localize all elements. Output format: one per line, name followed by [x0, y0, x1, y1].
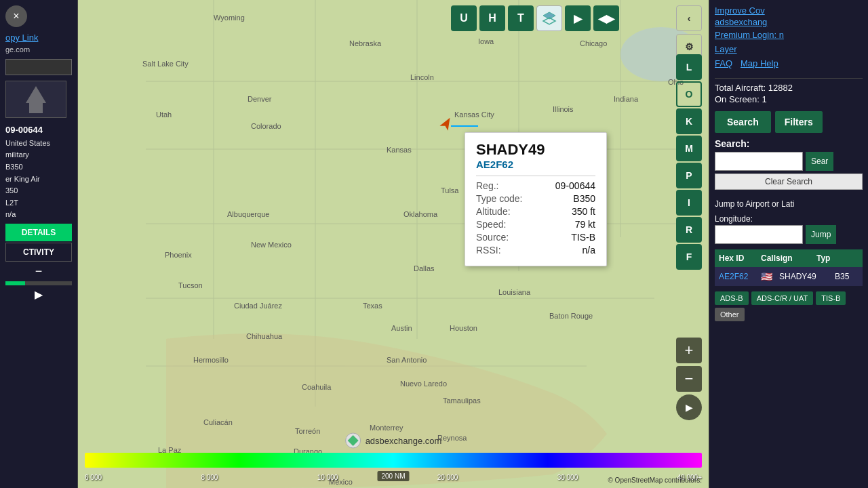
squawk: L2T: [5, 197, 72, 209]
letter-buttons: L O K M P I R F: [676, 54, 702, 270]
total-value: 12882: [768, 83, 793, 93]
improve-link[interactable]: Improve Cov: [715, 5, 863, 16]
aircraft-thumbnail: [5, 81, 66, 118]
ge-url: ge.com: [5, 45, 72, 54]
letter-m-button[interactable]: M: [676, 136, 702, 161]
u-button[interactable]: U: [451, 5, 477, 31]
alt-label-2: 10 000: [317, 474, 338, 481]
on-screen-value: 1: [762, 94, 766, 104]
details-button[interactable]: DETAILS: [5, 224, 72, 241]
reg-label: Reg.:: [476, 180, 498, 191]
speed-value: 79 kt: [575, 219, 595, 230]
premium-link[interactable]: Premium Login: n: [715, 30, 863, 40]
watermark-text: adsbexchange.com: [366, 436, 442, 446]
jump-input[interactable]: [715, 225, 803, 244]
cell-type: B35: [832, 270, 859, 283]
svg-marker-16: [439, 115, 454, 131]
t-button[interactable]: T: [508, 5, 534, 31]
letter-l-button[interactable]: L: [676, 54, 702, 80]
popup-type-row: Type code: B350: [476, 193, 595, 204]
layers-button[interactable]: [536, 5, 562, 31]
ads-c-button[interactable]: ADS-C/R / UAT: [751, 291, 814, 305]
top-toolbar: U H T ▶ ◀▶: [451, 5, 619, 31]
adsbexchange-watermark: adsbexchange.com: [345, 432, 442, 449]
close-button[interactable]: ×: [5, 5, 27, 27]
right-links: FAQ Map Help: [715, 58, 863, 68]
aircraft-image: [9, 83, 63, 117]
col-type: Typ: [814, 252, 841, 264]
country: United States: [5, 138, 72, 150]
zoom-in-button[interactable]: +: [676, 338, 702, 363]
adsbexchange-link[interactable]: adsbexchang: [715, 17, 863, 27]
letter-i-button[interactable]: I: [676, 190, 702, 216]
back-button[interactable]: ‹: [676, 5, 702, 31]
reg-value: 09-00644: [555, 180, 595, 191]
popup-divider: [476, 176, 595, 176]
filters-button[interactable]: Filters: [775, 111, 823, 133]
letter-p-button[interactable]: P: [676, 163, 702, 188]
letter-o-button[interactable]: O: [676, 81, 702, 107]
search-button[interactable]: Search: [715, 111, 771, 133]
popup-speed-row: Speed: 79 kt: [476, 219, 595, 230]
letter-f-button[interactable]: F: [676, 244, 702, 270]
ads-b-button[interactable]: ADS-B: [715, 291, 749, 305]
clear-search-button[interactable]: Clear Search: [715, 174, 863, 190]
sear-button[interactable]: Sear: [806, 152, 833, 171]
cell-callsign: SHADY49: [776, 270, 831, 283]
search-label: Search:: [715, 138, 863, 149]
map-area[interactable]: WyomingNebraskaIowaChicagoSalt Lake City…: [78, 0, 709, 488]
double-arrow-button[interactable]: ◀▶: [593, 5, 619, 31]
arrow-right-button[interactable]: ▶: [565, 5, 591, 31]
aircraft-marker[interactable]: [435, 115, 456, 138]
map-help-link[interactable]: Map Help: [741, 58, 778, 68]
source-buttons: ADS-B ADS-C/R / UAT TIS-B Other: [715, 291, 863, 321]
left-input[interactable]: [5, 59, 72, 75]
source-value: TIS-B: [571, 232, 595, 243]
jump-button[interactable]: Jump: [806, 225, 836, 244]
zoom-out-button[interactable]: −: [676, 366, 702, 392]
faq-link[interactable]: FAQ: [715, 58, 732, 68]
table-header: Hex ID Callsign Typ: [715, 249, 863, 267]
cell-flag: 🇺🇸: [758, 270, 775, 283]
aircraft-name: er King Air: [5, 174, 72, 186]
other-button[interactable]: Other: [715, 308, 745, 321]
longitude-label: Longitude:: [715, 214, 863, 224]
aircraft-popup: SHADY49 AE2F62 Reg.: 09-00644 Type code:…: [465, 132, 607, 266]
alt-label-4: 30 000: [557, 474, 578, 481]
popup-reg-row: Reg.: 09-00644: [476, 180, 595, 191]
left-arrow-button[interactable]: ▶: [5, 288, 72, 301]
search-filters-row: Search Filters: [715, 111, 863, 133]
category: military: [5, 149, 72, 161]
registration: 09-00644: [5, 123, 72, 138]
copyright: © OpenStreetMap contributors.: [608, 476, 702, 484]
alt-label-3: 20 000: [437, 474, 458, 481]
letter-r-button[interactable]: R: [676, 217, 702, 243]
jump-label: Jump to Airport or Lati: [715, 199, 863, 209]
search-input[interactable]: [715, 152, 803, 171]
layer-link[interactable]: Layer: [715, 44, 863, 54]
on-screen-row: On Screen: 1: [715, 94, 863, 104]
speed-label: Speed:: [476, 219, 506, 230]
popup-alt-row: Altitude: 350 ft: [476, 206, 595, 217]
alt-value: 350 ft: [572, 206, 595, 217]
play-button[interactable]: ▶: [676, 394, 702, 420]
popup-hex: AE2F62: [476, 159, 595, 170]
rssi-left: n/a: [5, 209, 72, 221]
copy-link[interactable]: opy Link: [5, 33, 72, 43]
h-button[interactable]: H: [479, 5, 505, 31]
total-aircraft-row: Total Aircraft: 12882: [715, 83, 863, 93]
minus-button[interactable]: −: [5, 264, 72, 279]
aircraft-type: B350: [5, 161, 72, 174]
tis-b-button[interactable]: TIS-B: [816, 291, 846, 305]
popup-rssi-row: RSSI: n/a: [476, 245, 595, 256]
search-section: Search: Sear Clear Search: [715, 138, 863, 190]
popup-source-row: Source: TIS-B: [476, 232, 595, 243]
search-input-row: Sear: [715, 152, 863, 171]
table-row[interactable]: AE2F62 🇺🇸 SHADY49 B35: [715, 267, 863, 286]
alt-label-1: 8 000: [201, 474, 218, 481]
total-label: Total Aircraft:: [715, 83, 766, 93]
adsbexchange-logo: [345, 432, 361, 449]
letter-k-button[interactable]: K: [676, 108, 702, 134]
activity-button[interactable]: CTIVITY: [5, 243, 72, 262]
progress-fill: [5, 281, 25, 285]
